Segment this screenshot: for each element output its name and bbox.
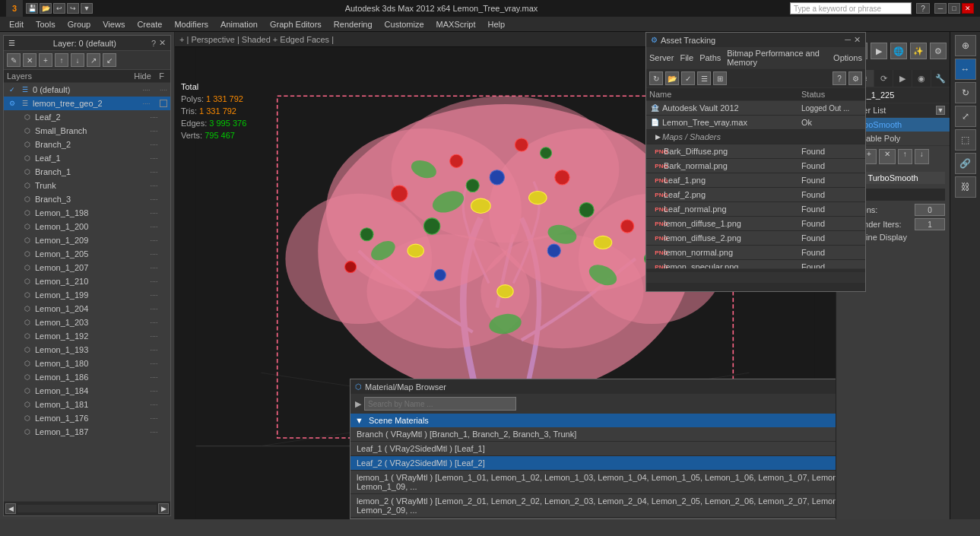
menu-group[interactable]: Group: [62, 20, 97, 29]
layer-item-branch3[interactable]: ⬡ Branch_3 ····: [4, 192, 170, 206]
layer-item-trunk[interactable]: ⬡ Trunk ····: [4, 179, 170, 192]
menu-views[interactable]: Views: [97, 20, 131, 29]
at-item-leaf2[interactable]: PNG Leaf_2.png Found: [646, 188, 865, 202]
layer-item-lemon209[interactable]: ⬡ Lemon_1_209 ····: [4, 233, 170, 247]
layer-tb-move-down[interactable]: ↓: [71, 53, 84, 67]
at-item-lemon-specular[interactable]: PNG lemon_specular.png Found: [646, 260, 865, 268]
at-item-leaf-normal[interactable]: PNG Leaf_normal.png Found: [646, 202, 865, 217]
menu-create[interactable]: Create: [131, 20, 168, 29]
layer-item-lemon-tree[interactable]: ⚙ ☰ lemon_tree_geo_2 ····: [4, 97, 170, 110]
tab-hierarchy[interactable]: ⟳: [874, 70, 893, 87]
at-item-maps-group[interactable]: ▶ Maps / Shaders: [646, 130, 865, 144]
at-item-vault[interactable]: 🏦 Autodesk Vault 2012 Logged Out ...: [646, 101, 865, 116]
at-item-bark-diffuse[interactable]: PNG Bark_Diffuse.png Found: [646, 144, 865, 159]
mat-item-lemon1[interactable]: lemon_1 ( VRayMtl ) [Lemon_1_01, Lemon_1…: [350, 471, 836, 494]
mat-item-leaf1[interactable]: Leaf_1 ( VRay2SidedMtl ) [Leaf_1]: [350, 442, 836, 456]
quick-access-open[interactable]: 📂: [40, 3, 52, 14]
layer-help-btn[interactable]: ?: [151, 39, 156, 48]
at-btn-reload[interactable]: ↻: [649, 71, 663, 85]
mat-item-small-branch[interactable]: Small_Branch ( VRayMtl ) [Small_Branch]: [350, 518, 836, 519]
layer-item-lemon187[interactable]: ⬡ Lemon_1_187 ····: [4, 425, 170, 439]
layer-item-lemon203[interactable]: ⬡ Lemon_1_203 ····: [4, 316, 170, 329]
mod-down-btn[interactable]: ↓: [915, 149, 929, 164]
layer-item-lemon210[interactable]: ⬡ Lemon_1_210 ····: [4, 274, 170, 288]
layer-item-branch1[interactable]: ⬡ Branch_1 ····: [4, 165, 170, 179]
menu-modifiers[interactable]: Modifiers: [168, 20, 214, 29]
menu-help[interactable]: Help: [482, 20, 512, 29]
mod-delete-btn[interactable]: ✕: [879, 149, 896, 164]
mat-search-input[interactable]: [364, 397, 516, 411]
layer-item-lemon180[interactable]: ⬡ Lemon_1_180 ····: [4, 357, 170, 370]
tab-utilities[interactable]: 🔧: [931, 70, 950, 87]
mat-section-collapse[interactable]: ▼: [355, 416, 363, 425]
layer-item-lemon205[interactable]: ⬡ Lemon_1_205 ····: [4, 247, 170, 261]
right-icon-env[interactable]: 🌐: [890, 43, 907, 59]
mat-item-branch[interactable]: Branch ( VRayMtl ) [Branch_1, Branch_2, …: [350, 427, 836, 442]
at-min-btn[interactable]: ─: [845, 35, 851, 45]
menu-edit[interactable]: Edit: [3, 20, 30, 29]
right-icon-effects[interactable]: ✨: [910, 43, 927, 59]
at-btn-cols[interactable]: ⊞: [713, 71, 727, 85]
at-item-lemon-diffuse2[interactable]: PNG lemon_diffuse_2.png Found: [646, 231, 865, 246]
layer-item-branch2[interactable]: ⬡ Branch_2 ····: [4, 138, 170, 151]
menu-rendering[interactable]: Rendering: [328, 20, 379, 29]
layer-tb-edit[interactable]: ✎: [7, 53, 21, 67]
quick-access-save[interactable]: 💾: [26, 3, 38, 14]
layer-tb-move-up[interactable]: ↑: [55, 53, 68, 67]
ts-render-iters-input[interactable]: [915, 218, 945, 230]
mat-item-leaf2[interactable]: Leaf_2 ( VRay2SidedMtl ) [Leaf_2]: [350, 456, 836, 471]
modifier-list-dropdown[interactable]: ▼: [936, 106, 945, 115]
ri-move-btn[interactable]: ↔: [955, 59, 976, 80]
ri-rotate-btn[interactable]: ↻: [955, 82, 976, 103]
layer-item-lemon186[interactable]: ⬡ Lemon_1_186 ····: [4, 370, 170, 384]
layer-item-lemon200[interactable]: ⬡ Lemon_1_200 ····: [4, 220, 170, 233]
at-btn-list[interactable]: ☰: [697, 71, 711, 85]
layer-item-small-branch[interactable]: ⬡ Small_Branch ····: [4, 124, 170, 138]
quick-access-redo[interactable]: ↪: [67, 3, 79, 14]
at-menu-server[interactable]: Server: [649, 53, 674, 62]
layer-scroll-right[interactable]: ▶: [158, 503, 169, 514]
at-menu-paths[interactable]: Paths: [699, 53, 721, 62]
layer-tb-delete[interactable]: ✕: [23, 53, 36, 67]
layer-tb-add[interactable]: +: [39, 53, 52, 67]
ri-select-btn[interactable]: ⬚: [955, 129, 976, 151]
layer-item-lemon207[interactable]: ⬡ Lemon_1_207 ····: [4, 261, 170, 274]
at-btn-resolve[interactable]: ✓: [681, 71, 695, 85]
at-menu-bitmap[interactable]: Bitmap Performance and Memory: [727, 49, 827, 67]
ri-link-btn[interactable]: 🔗: [955, 153, 976, 174]
at-item-leaf1[interactable]: PNG Leaf_1.png Found: [646, 173, 865, 188]
layer-scroll-left[interactable]: ◀: [5, 503, 16, 514]
layer-item-default[interactable]: ✓ ☰ 0 (default) ···· ····: [4, 83, 170, 97]
at-btn-browse[interactable]: 📂: [665, 71, 679, 85]
at-btn-help[interactable]: ?: [833, 71, 846, 85]
search-input[interactable]: Type a keyword or phrase: [790, 2, 912, 14]
tab-display[interactable]: ◉: [912, 70, 931, 87]
quick-access-undo[interactable]: ↩: [53, 3, 65, 14]
window-minimize[interactable]: ─: [934, 3, 947, 14]
menu-maxscript[interactable]: MAXScript: [430, 20, 482, 29]
tab-motion[interactable]: ▶: [893, 70, 912, 87]
layer-item-lemon192[interactable]: ⬡ Lemon_1_192 ····: [4, 329, 170, 343]
layer-visibility-box[interactable]: [160, 100, 167, 107]
layer-item-lemon181[interactable]: ⬡ Lemon_1_181 ····: [4, 398, 170, 411]
layer-item-lemon184[interactable]: ⬡ Lemon_1_184 ····: [4, 384, 170, 398]
menu-animation[interactable]: Animation: [214, 20, 264, 29]
mod-up-btn[interactable]: ↑: [898, 149, 912, 164]
ri-scale-btn[interactable]: ⤢: [955, 106, 976, 127]
quick-access-extra[interactable]: ▼: [81, 3, 93, 14]
at-item-lemon-normal[interactable]: PNG lemon_normal.png Found: [646, 246, 865, 260]
at-item-bark-normal[interactable]: PNG Bark_normal.png Found: [646, 159, 865, 173]
layer-item-leaf2[interactable]: ⬡ Leaf_2 ····: [4, 110, 170, 124]
right-icon-gear[interactable]: ⚙: [930, 43, 947, 59]
help-icon[interactable]: ?: [916, 3, 930, 14]
menu-graph-editors[interactable]: Graph Editors: [264, 20, 328, 29]
layer-item-leaf1[interactable]: ⬡ Leaf_1 ····: [4, 151, 170, 165]
ts-iterations-input[interactable]: [915, 204, 945, 216]
layer-item-lemon176[interactable]: ⬡ Lemon_1_176 ····: [4, 411, 170, 425]
layer-tb-arrow1[interactable]: ↗: [87, 53, 100, 67]
layer-tb-arrow2[interactable]: ↙: [103, 53, 116, 67]
at-menu-options[interactable]: Options: [833, 53, 862, 62]
right-icon-render[interactable]: ▶: [871, 43, 887, 59]
layer-item-lemon193[interactable]: ⬡ Lemon_1_193 ····: [4, 343, 170, 357]
at-close-btn[interactable]: ✕: [854, 35, 861, 45]
